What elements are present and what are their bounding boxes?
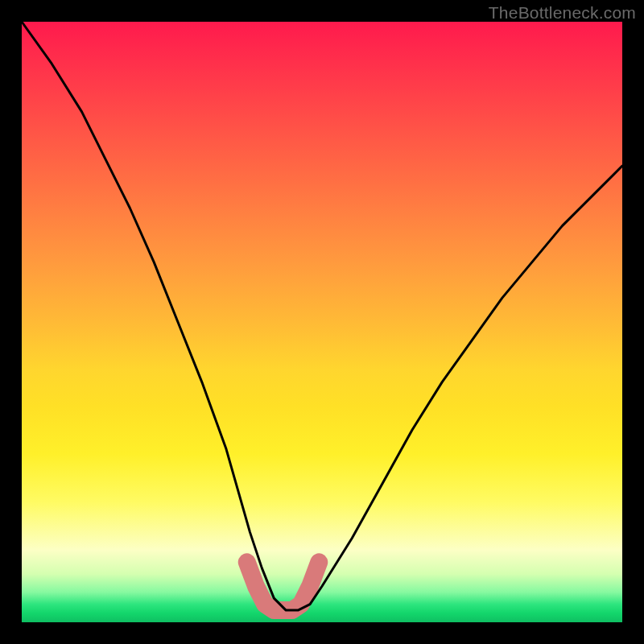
chart-svg [22, 22, 622, 622]
watermark-text: TheBottleneck.com [489, 3, 636, 23]
chart-frame: TheBottleneck.com [0, 0, 644, 644]
optimal-zone-highlight [247, 562, 320, 610]
chart-plot-area [22, 22, 622, 622]
bottleneck-curve-line [22, 22, 622, 610]
